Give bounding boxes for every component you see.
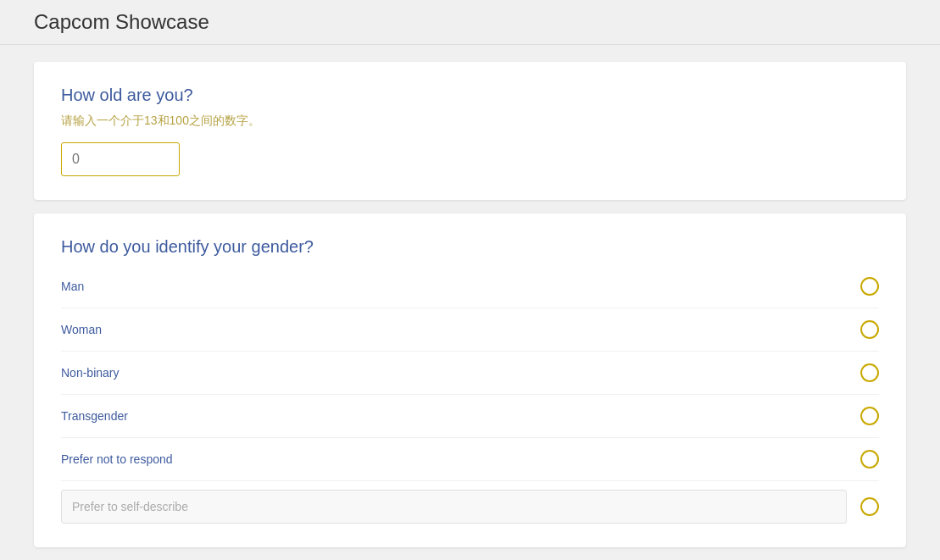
gender-radio-transgender[interactable]	[860, 407, 879, 425]
gender-question-title: How do you identify your gender?	[61, 237, 879, 257]
gender-radio-man[interactable]	[860, 277, 879, 296]
self-describe-row	[61, 481, 879, 524]
gender-option-prefer-not-label: Prefer not to respond	[61, 452, 173, 466]
self-describe-input[interactable]	[61, 490, 847, 524]
gender-option-transgender-label: Transgender	[61, 409, 128, 423]
gender-radio-self-describe[interactable]	[860, 497, 879, 516]
gender-radio-woman[interactable]	[860, 320, 879, 339]
age-question-title: How old are you?	[61, 86, 879, 105]
page-header: Capcom Showcase	[0, 0, 940, 45]
gender-option-man[interactable]: Man	[61, 265, 879, 308]
gender-question-card: How do you identify your gender? Man Wom…	[34, 213, 906, 547]
main-content: How old are you? 请输入一个介于13和100之间的数字。 How…	[0, 45, 940, 560]
gender-option-nonbinary[interactable]: Non-binary	[61, 352, 879, 395]
gender-option-prefer-not[interactable]: Prefer not to respond	[61, 438, 879, 481]
gender-options-list: Man Woman Non-binary Transgender Prefer …	[61, 265, 879, 524]
age-input[interactable]	[61, 142, 180, 176]
gender-option-woman-label: Woman	[61, 323, 102, 336]
gender-radio-prefer-not[interactable]	[860, 450, 879, 469]
gender-option-transgender[interactable]: Transgender	[61, 395, 879, 438]
page-title: Capcom Showcase	[34, 10, 209, 33]
gender-radio-nonbinary[interactable]	[860, 363, 879, 382]
gender-option-man-label: Man	[61, 280, 84, 293]
gender-option-nonbinary-label: Non-binary	[61, 366, 119, 380]
age-question-card: How old are you? 请输入一个介于13和100之间的数字。	[34, 62, 906, 200]
age-question-hint: 请输入一个介于13和100之间的数字。	[61, 114, 879, 129]
gender-option-woman[interactable]: Woman	[61, 308, 879, 352]
